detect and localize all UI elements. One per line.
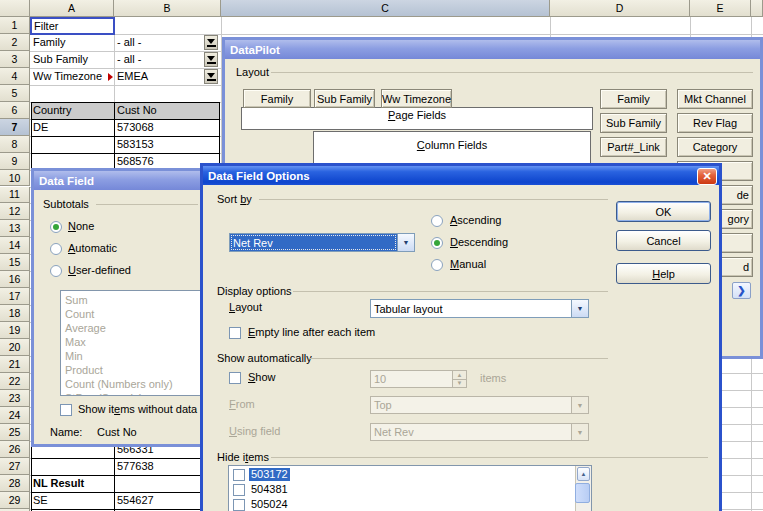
from-select[interactable]: Top ▼ (370, 396, 589, 414)
cell-b9[interactable]: 568576 (117, 153, 202, 169)
row-header-10[interactable]: 10 (0, 170, 30, 187)
function-item-sum[interactable]: Sum (61, 293, 201, 307)
items-spinner[interactable]: 10 ▲ ▼ (370, 370, 467, 388)
autofilter-dropdown-button[interactable] (204, 52, 218, 67)
row-header-1[interactable]: 1 (0, 17, 30, 34)
field-button-rev-flag[interactable]: Rev Flag (677, 113, 753, 133)
row-header-18[interactable]: 18 (0, 305, 30, 322)
page-area-button-family[interactable]: Family (243, 89, 311, 108)
field-button-family[interactable]: Family (600, 89, 667, 109)
close-button[interactable]: ✕ (697, 168, 717, 185)
chevron-down-icon[interactable]: ▼ (397, 234, 414, 251)
more-fields-button[interactable]: ❯ (732, 282, 751, 299)
col-header-a[interactable]: A (30, 0, 114, 17)
row-header-26[interactable]: 26 (0, 441, 30, 458)
col-header-d[interactable]: D (550, 0, 690, 17)
cell-a6[interactable]: Country (33, 102, 113, 118)
chevron-down-icon[interactable]: ▼ (571, 300, 588, 317)
cell-a7[interactable]: DE (33, 119, 113, 135)
radio-none[interactable] (50, 221, 62, 233)
row-header-28[interactable]: 28 (0, 475, 30, 492)
row-header-9[interactable]: 9 (0, 153, 30, 170)
field-button-category[interactable]: Category (677, 137, 753, 157)
cell-b6[interactable]: Cust No (117, 102, 202, 118)
autofilter-dropdown-button[interactable] (204, 35, 218, 50)
row-header-6[interactable]: 6 (0, 102, 30, 119)
radio-automatic[interactable] (50, 243, 62, 255)
hide-item-row[interactable]: 504381 (229, 483, 574, 498)
show-items-without-data-checkbox[interactable] (60, 404, 72, 416)
row-header-20[interactable]: 20 (0, 339, 30, 356)
field-button-sub-family[interactable]: Sub Family (600, 113, 667, 133)
radio-manual[interactable] (431, 259, 443, 271)
page-fields-area[interactable]: Page Fields (241, 107, 593, 130)
radio-user-defined[interactable] (50, 265, 62, 277)
col-header-e[interactable]: E (690, 0, 751, 17)
row-header-22[interactable]: 22 (0, 373, 30, 390)
row-header-3[interactable]: 3 (0, 51, 30, 68)
sort-field-select[interactable]: Net Rev ▼ (229, 233, 415, 252)
function-item-count-numbers-only[interactable]: Count (Numbers only) (61, 377, 201, 391)
hide-item-row[interactable]: 505024 (229, 498, 574, 511)
row-header-21[interactable]: 21 (0, 356, 30, 373)
row-header-17[interactable]: 17 (0, 288, 30, 305)
cell-a29[interactable]: SE (33, 492, 113, 508)
cell-a3[interactable]: Sub Family (33, 51, 113, 67)
function-item-stdev-sample[interactable]: StDev (Sample) (61, 391, 201, 396)
data-field-options-titlebar[interactable]: Data Field Options (203, 166, 719, 185)
scroll-thumb[interactable] (575, 483, 590, 503)
row-header-8[interactable]: 8 (0, 136, 30, 153)
ok-button[interactable]: OK (616, 201, 711, 222)
empty-line-checkbox[interactable] (229, 327, 241, 339)
cell-a1[interactable]: Filter (30, 17, 115, 35)
col-header-b[interactable]: B (114, 0, 221, 17)
hide-item-checkbox[interactable] (233, 484, 245, 496)
row-header-27[interactable]: 27 (0, 458, 30, 475)
autofilter-dropdown-button[interactable] (204, 69, 218, 84)
cell-b4[interactable]: EMEA (117, 68, 202, 84)
cell-b2[interactable]: - all - (117, 34, 202, 50)
row-header-2[interactable]: 2 (0, 34, 30, 51)
spinner-up-icon[interactable]: ▲ (453, 371, 466, 380)
hide-item-checkbox[interactable] (233, 469, 245, 481)
scroll-up-button[interactable]: ▲ (577, 467, 590, 481)
hide-items-list[interactable]: 503172504381505024504107 ▲ (228, 465, 592, 511)
col-header-c[interactable]: C (221, 0, 550, 17)
field-button-part-link[interactable]: Part#_Link (600, 137, 667, 157)
radio-ascending[interactable] (431, 215, 443, 227)
corner-header[interactable] (0, 0, 30, 17)
hide-item-row[interactable]: 503172 (229, 468, 574, 483)
function-item-product[interactable]: Product (61, 363, 201, 377)
functions-listbox[interactable]: SumCountAverageMaxMinProductCount (Numbe… (60, 290, 202, 396)
page-area-button-ww-timezone[interactable]: Ww Timezone (381, 89, 452, 108)
row-header-29[interactable]: 29 (0, 492, 30, 509)
help-button[interactable]: Help (616, 263, 711, 284)
function-item-min[interactable]: Min (61, 349, 201, 363)
cell-a2[interactable]: Family (33, 34, 113, 50)
function-item-average[interactable]: Average (61, 321, 201, 335)
function-item-count[interactable]: Count (61, 307, 201, 321)
row-header-15[interactable]: 15 (0, 254, 30, 271)
cancel-button[interactable]: Cancel (616, 230, 711, 251)
col-header-f[interactable] (751, 0, 763, 17)
row-header-16[interactable]: 16 (0, 271, 30, 288)
cell-a4[interactable]: Ww Timezone (33, 68, 113, 84)
page-area-button-sub-family[interactable]: Sub Family (314, 89, 375, 108)
row-header-11[interactable]: 11 (0, 187, 30, 204)
spinner-down-icon[interactable]: ▼ (453, 380, 466, 388)
row-header-24[interactable]: 24 (0, 407, 30, 424)
show-checkbox[interactable] (229, 372, 241, 384)
row-header-23[interactable]: 23 (0, 390, 30, 407)
cell-b8[interactable]: 583153 (117, 136, 202, 152)
field-button-mkt-channel[interactable]: Mkt Channel (677, 89, 753, 109)
row-header-13[interactable]: 13 (0, 220, 30, 237)
datapilot-titlebar[interactable]: DataPilot (225, 40, 760, 59)
cell-b29[interactable]: 554627 (117, 492, 202, 508)
cell-b27[interactable]: 577638 (117, 458, 202, 474)
row-header-25[interactable]: 25 (0, 424, 30, 441)
row-header-7[interactable]: 7 (0, 119, 30, 136)
row-header-12[interactable]: 12 (0, 203, 30, 220)
radio-descending[interactable] (431, 237, 443, 249)
using-field-select[interactable]: Net Rev ▼ (370, 423, 589, 441)
cell-b7[interactable]: 573068 (117, 119, 202, 135)
